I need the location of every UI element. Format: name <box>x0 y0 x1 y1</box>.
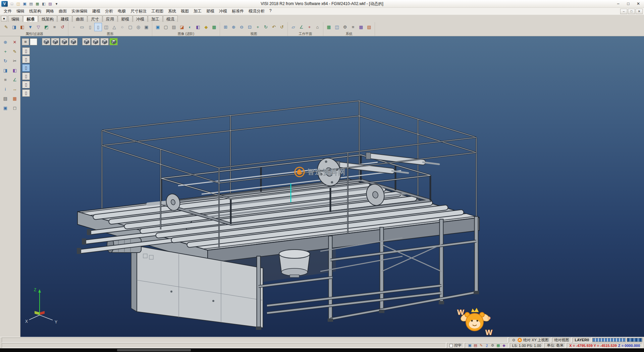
render-status-icon[interactable]: ▦ <box>496 343 501 348</box>
grid-icon[interactable]: ▩ <box>357 23 365 31</box>
workflow-tab[interactable]: 建模 <box>57 15 72 22</box>
screen-config-icon[interactable]: ◫ <box>333 23 341 31</box>
menu-item[interactable]: 实体编辑 <box>69 8 90 15</box>
mdi-close-button[interactable]: ✕ <box>636 9 643 14</box>
menu-item[interactable]: 模流分析 <box>246 8 267 15</box>
spin-mode-icon[interactable]: ▯ <box>22 81 30 88</box>
sphere-icon[interactable]: ○ <box>118 23 126 31</box>
workflow-tab[interactable]: 应用 <box>103 15 117 22</box>
copy-icon[interactable]: ◨ <box>1 67 10 74</box>
cone-icon[interactable]: △ <box>110 23 118 31</box>
workflow-tab[interactable]: 标准 <box>23 15 38 22</box>
attribute-edit-icon[interactable]: ✎ <box>2 23 10 31</box>
edit-geometry-icon[interactable]: ✎ <box>10 48 19 55</box>
secondary-color-bar[interactable] <box>627 338 642 342</box>
view-iso-se-icon[interactable] <box>109 38 118 45</box>
menu-item[interactable]: 系统 <box>166 8 178 15</box>
open-file-icon[interactable]: ◫ <box>15 1 21 7</box>
attribute-paint-icon[interactable]: ◧ <box>18 23 26 31</box>
canvas-menu-icon[interactable]: ≡ <box>22 38 29 45</box>
settings-status-icon[interactable]: ⚙ <box>490 343 495 348</box>
menu-item[interactable]: 网格 <box>44 8 56 15</box>
offset-icon[interactable]: ≡ <box>1 76 10 83</box>
pan-view-icon[interactable]: + <box>254 23 262 31</box>
menu-item[interactable]: 视图 <box>178 8 191 15</box>
toolbar-options-icon[interactable]: ▾ <box>53 1 60 7</box>
view-front-icon[interactable] <box>51 38 59 45</box>
layer-filter-icon[interactable]: ≡ <box>51 23 58 31</box>
snap-toggle-cell[interactable]: 控宇 <box>447 343 464 348</box>
menu-item[interactable]: 塑模 <box>204 8 217 15</box>
rotate-icon[interactable]: ↻ <box>1 57 10 64</box>
view-iso-sw-icon[interactable] <box>100 38 109 45</box>
select-mode-icon[interactable]: ▯ <box>22 47 30 55</box>
transparency-icon[interactable]: ◐ <box>186 23 194 31</box>
close-button[interactable]: ✕ <box>633 0 643 7</box>
taskbar-segment[interactable] <box>117 349 191 351</box>
trim-icon[interactable]: ✂ <box>10 57 19 64</box>
tab-dropdown-button[interactable]: ▼ <box>1 16 7 21</box>
preview-icon[interactable]: ◧ <box>41 1 47 7</box>
workplane-axis-icon[interactable]: + <box>306 23 313 31</box>
menu-item[interactable]: 曲面 <box>56 8 69 15</box>
workplane-status-icon[interactable]: 2 <box>484 343 489 348</box>
filter-icon[interactable]: ▼ <box>26 23 34 31</box>
view-orientation-label[interactable]: 绝对 XY 上视图 <box>523 338 549 343</box>
view-iso-nw-icon[interactable] <box>91 38 100 45</box>
snap-checkbox[interactable] <box>449 344 453 347</box>
shaded-view-icon[interactable]: ▣ <box>154 23 162 31</box>
viewport-canvas[interactable]: ≡ <box>20 36 644 337</box>
palette-icon[interactable]: ▦ <box>10 95 19 102</box>
workplane-reset-icon[interactable]: ⌂ <box>314 23 321 31</box>
workplane-align-icon[interactable]: ∠ <box>298 23 305 31</box>
taskbar-strip[interactable] <box>0 348 644 352</box>
dynamic-section-icon[interactable]: ◪ <box>178 23 186 31</box>
autosave-icon[interactable]: ▣ <box>467 343 472 348</box>
menu-item[interactable]: 冲模 <box>217 8 229 15</box>
workflow-tab[interactable]: 塑模 <box>118 15 132 22</box>
layers-icon[interactable]: ▤ <box>1 95 10 102</box>
info-icon[interactable]: i <box>1 85 10 93</box>
wireframe-view-icon[interactable]: ▢ <box>162 23 170 31</box>
zoom-window-icon[interactable]: ⊞ <box>222 23 229 31</box>
plot-icon[interactable]: ▦ <box>34 1 41 7</box>
color-table-icon[interactable]: ▦ <box>325 23 333 31</box>
menu-item[interactable]: ? <box>267 8 274 15</box>
attribute-copy-icon[interactable]: ◨ <box>10 23 18 31</box>
workflow-tab[interactable]: 模流 <box>163 15 178 22</box>
zoom-in-icon[interactable]: ⊕ <box>230 23 237 31</box>
rotate-view-icon[interactable]: ↻ <box>262 23 270 31</box>
block-icon[interactable]: ▣ <box>143 23 150 31</box>
refresh-view-icon[interactable]: ↺ <box>278 23 286 31</box>
workflow-tab[interactable]: 尺寸 <box>88 15 102 22</box>
profile-icon[interactable]: ▧ <box>365 23 373 31</box>
attrs-status-icon[interactable]: ✎ <box>479 343 484 348</box>
menu-item[interactable]: 尺寸标注 <box>128 8 149 15</box>
shadow-icon[interactable]: ◧ <box>194 23 202 31</box>
hidden-line-icon[interactable]: ▨ <box>170 23 178 31</box>
torus-icon[interactable]: ◎ <box>135 23 142 31</box>
menu-item[interactable]: 线架构 <box>27 8 44 15</box>
pan-mode-icon[interactable]: ▯ <box>22 56 30 63</box>
view-mode-cell[interactable]: 绝对视图 <box>552 338 572 343</box>
layer-color-bar[interactable] <box>592 338 626 342</box>
filter-reset-icon[interactable]: ↺ <box>59 23 66 31</box>
minimize-button[interactable]: – <box>613 0 623 7</box>
layer-manager-icon[interactable]: ≡ <box>349 23 357 31</box>
menu-item[interactable]: 电极 <box>115 8 128 15</box>
print-icon[interactable]: ▤ <box>28 1 34 7</box>
maximize-button[interactable]: □ <box>623 0 633 7</box>
filter-edit-icon[interactable]: ▽ <box>35 23 42 31</box>
view-left-icon[interactable] <box>69 38 77 45</box>
active-layer-cell[interactable]: LAYER0 <box>573 338 591 343</box>
workflow-tab[interactable]: 冲模 <box>133 15 148 22</box>
save-view-icon[interactable]: ▣ <box>1 104 10 112</box>
restore-view-icon[interactable]: ◻ <box>10 104 19 112</box>
render-settings-icon[interactable]: ▩ <box>210 23 218 31</box>
previous-view-icon[interactable]: ↶ <box>270 23 278 31</box>
view-right-icon[interactable] <box>60 38 68 45</box>
cube-status-icon[interactable]: ◆ <box>501 343 506 348</box>
workflow-tab[interactable]: 曲面 <box>72 15 87 22</box>
system-settings-icon[interactable]: ⚙ <box>341 23 349 31</box>
menu-item[interactable]: 编辑 <box>14 8 27 15</box>
